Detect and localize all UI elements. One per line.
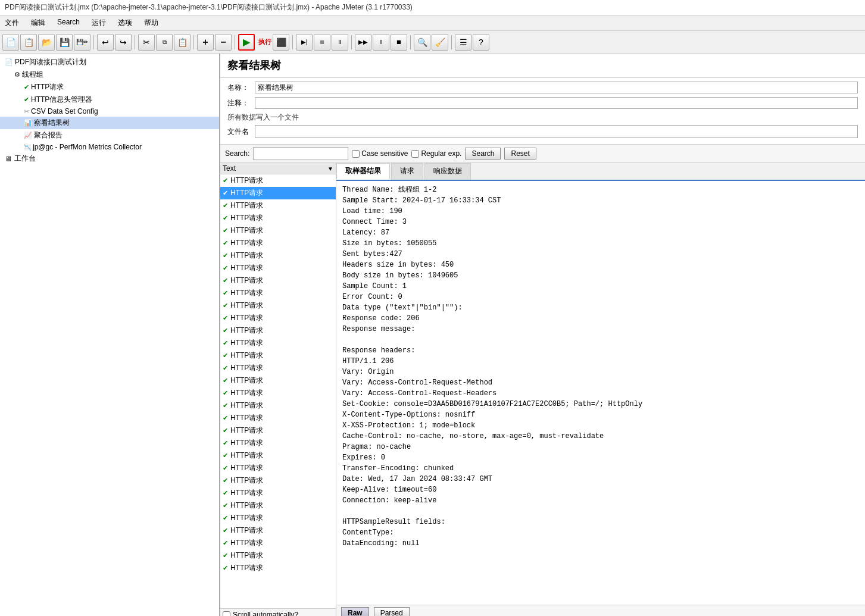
title-bar: PDF阅读接口测试计划.jmx (D:\apache-jmeter-3.1\ap… xyxy=(0,0,865,15)
list-item-check: ✔ xyxy=(223,352,228,359)
list-item[interactable]: ✔HTTP请求 xyxy=(220,437,336,449)
copy-button[interactable]: ⧉ xyxy=(156,34,173,51)
tree-item-perfmon[interactable]: 📉 jp@gc - PerfMon Metrics Collector xyxy=(0,142,219,152)
list-item[interactable]: ✔HTTP请求 xyxy=(220,237,336,249)
list-item[interactable]: ✔HTTP请求 xyxy=(220,537,336,549)
menu-file[interactable]: 文件 xyxy=(2,17,21,29)
list-item-label: HTTP请求 xyxy=(230,288,263,298)
stop-button[interactable]: ⬛ xyxy=(273,34,289,51)
menu-edit[interactable]: 编辑 xyxy=(29,17,48,29)
tab-request[interactable]: 请求 xyxy=(391,163,423,180)
remote-stopall-button[interactable]: ⏹ xyxy=(391,34,407,51)
scroll-auto-checkbox[interactable] xyxy=(223,611,230,617)
play-button[interactable]: ▶ xyxy=(238,34,255,51)
tab-sampler[interactable]: 取样器结果 xyxy=(336,163,390,180)
new-button[interactable]: 📄 xyxy=(2,34,19,51)
tree-item-http1[interactable]: ✔ HTTP请求 xyxy=(0,81,219,93)
start-no-pause-button[interactable]: ▶| xyxy=(296,34,313,51)
saveas-button[interactable]: 💾✏ xyxy=(74,34,90,51)
remote-stop-button[interactable]: ⏸ xyxy=(373,34,389,51)
list-item[interactable]: ✔HTTP请求 xyxy=(220,399,336,412)
tree-perfmon-label: jp@gc - PerfMon Metrics Collector xyxy=(33,143,142,151)
clear-button[interactable]: 🧹 xyxy=(432,34,448,51)
list-item[interactable]: ✔HTTP请求 xyxy=(220,474,336,487)
comment-input[interactable] xyxy=(255,97,858,109)
list-item-label: HTTP请求 xyxy=(230,376,263,386)
undo-button[interactable]: ↩ xyxy=(97,34,114,51)
list-item[interactable]: ✔HTTP请求 xyxy=(220,312,336,324)
filename-input[interactable] xyxy=(255,125,858,138)
list-item-check: ✔ xyxy=(223,564,228,572)
add-button[interactable]: + xyxy=(197,34,214,51)
open-button[interactable]: 📂 xyxy=(38,34,55,51)
toolbar: 📄 📋 📂 💾 💾✏ ↩ ↪ ✂ ⧉ 📋 + − ▶ 执行 ⬛ ▶| ⏹ ⏸ ▶… xyxy=(0,31,865,54)
list-item[interactable]: ✔HTTP请求 xyxy=(220,249,336,262)
list-item[interactable]: ✔HTTP请求 xyxy=(220,424,336,437)
list-item[interactable]: ✔HTTP请求 xyxy=(220,362,336,374)
list-item[interactable]: ✔HTTP请求 xyxy=(220,524,336,537)
tree-item-threadgroup[interactable]: ⚙ 线程组 xyxy=(0,68,219,81)
list-button[interactable]: ☰ xyxy=(455,34,471,51)
menu-help[interactable]: 帮助 xyxy=(142,17,161,29)
help-button[interactable]: ? xyxy=(473,34,489,51)
list-item[interactable]: ✔HTTP请求 xyxy=(220,462,336,474)
list-item[interactable]: ✔HTTP请求 xyxy=(220,274,336,287)
list-item[interactable]: ✔HTTP请求 xyxy=(220,562,336,574)
search-button[interactable]: 🔍 xyxy=(414,34,430,51)
menu-options[interactable]: 选项 xyxy=(115,17,135,29)
list-item[interactable]: ✔HTTP请求 xyxy=(220,374,336,387)
list-item[interactable]: ✔HTTP请求 xyxy=(220,199,336,212)
menu-search[interactable]: Search xyxy=(55,17,82,29)
redo-button[interactable]: ↪ xyxy=(115,34,132,51)
list-item[interactable]: ✔HTTP请求 xyxy=(220,512,336,524)
list-item[interactable]: ✔HTTP请求 xyxy=(220,387,336,399)
tree-item-aggregate[interactable]: 📈 聚合报告 xyxy=(0,129,219,142)
list-item[interactable]: ✔HTTP请求 xyxy=(220,337,336,349)
list-item[interactable]: ✔HTTP请求 xyxy=(220,224,336,237)
case-sensitive-checkbox[interactable] xyxy=(352,150,360,158)
tree-item-csv[interactable]: ✂ CSV Data Set Config xyxy=(0,106,219,117)
reset-btn[interactable]: Reset xyxy=(504,148,536,160)
parsed-btn[interactable]: Parsed xyxy=(374,607,410,616)
list-header-arrow[interactable]: ▼ xyxy=(327,165,333,172)
root-icon: 📄 xyxy=(5,58,13,66)
list-item[interactable]: ✔HTTP请求 xyxy=(220,349,336,362)
list-item[interactable]: ✔HTTP请求 xyxy=(220,187,336,199)
list-item-label: HTTP请求 xyxy=(230,238,263,248)
list-item[interactable]: ✔HTTP请求 xyxy=(220,487,336,499)
remove-button[interactable]: − xyxy=(215,34,232,51)
tree-item-resulttree[interactable]: 📊 察看结果树 xyxy=(0,117,219,129)
workbench-item[interactable]: 🖥 工作台 xyxy=(0,152,219,165)
comment-row: 注释： xyxy=(227,97,858,109)
regex-checkbox[interactable] xyxy=(411,150,419,158)
list-item[interactable]: ✔HTTP请求 xyxy=(220,549,336,562)
menu-run[interactable]: 运行 xyxy=(89,17,108,29)
cut-button[interactable]: ✂ xyxy=(138,34,155,51)
list-item[interactable]: ✔HTTP请求 xyxy=(220,299,336,312)
list-item[interactable]: ✔HTTP请求 xyxy=(220,262,336,274)
paste-button[interactable]: 📋 xyxy=(174,34,191,51)
list-item[interactable]: ✔HTTP请求 xyxy=(220,412,336,424)
search-btn[interactable]: Search xyxy=(465,148,501,160)
list-item[interactable]: ✔HTTP请求 xyxy=(220,174,336,187)
list-item-check: ✔ xyxy=(223,452,228,459)
list-item[interactable]: ✔HTTP请求 xyxy=(220,212,336,224)
tree-item-root[interactable]: 📄 PDF阅读接口测试计划 xyxy=(0,56,219,68)
filename-label: 文件名 xyxy=(227,127,251,137)
raw-btn[interactable]: Raw xyxy=(341,607,369,616)
templates-button[interactable]: 📋 xyxy=(20,34,37,51)
csv-icon: ✂ xyxy=(24,108,29,115)
list-item[interactable]: ✔HTTP请求 xyxy=(220,324,336,337)
tab-response[interactable]: 响应数据 xyxy=(424,163,471,180)
remote-start-button[interactable]: ▶▶ xyxy=(355,34,371,51)
stop2-button[interactable]: ⏹ xyxy=(314,34,330,51)
list-item-label: HTTP请求 xyxy=(230,301,263,311)
list-item[interactable]: ✔HTTP请求 xyxy=(220,449,336,462)
name-input[interactable] xyxy=(255,82,858,93)
list-item[interactable]: ✔HTTP请求 xyxy=(220,287,336,299)
list-item[interactable]: ✔HTTP请求 xyxy=(220,499,336,512)
tree-item-httpmgr[interactable]: ✔ HTTP信息头管理器 xyxy=(0,93,219,106)
save-button[interactable]: 💾 xyxy=(56,34,73,51)
shutdown-button[interactable]: ⏸ xyxy=(332,34,348,51)
search-input[interactable] xyxy=(253,147,348,160)
